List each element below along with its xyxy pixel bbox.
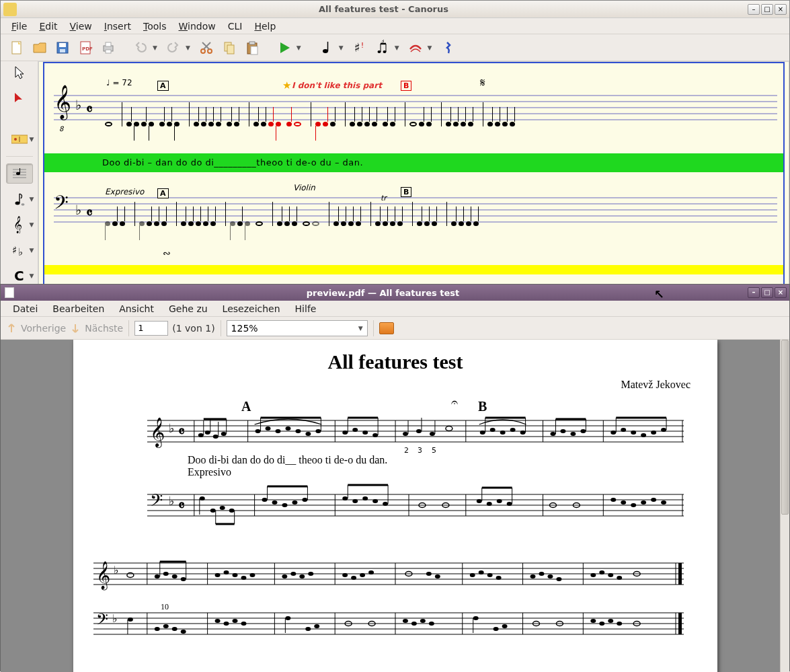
menubar: File Edit View Insert Tools Window CLI H… — [1, 18, 789, 34]
pdf-viewport[interactable]: All features test Matevž Jekovec A 𝄐 B 𝄞… — [1, 340, 789, 672]
svg-point-222 — [479, 570, 484, 574]
note-duration-dropdown[interactable]: ▼ — [339, 44, 346, 51]
svg-point-282 — [617, 622, 622, 626]
accidental-icon[interactable]: ♯! — [350, 38, 369, 57]
menu-lesezeichen[interactable]: Lesezeichen — [216, 301, 287, 316]
pdf-rehearsal-a: A — [241, 399, 251, 414]
new-document-icon[interactable] — [7, 38, 26, 57]
clef-tool-icon[interactable]: 𝄞▼ — [3, 215, 36, 235]
menu-edit[interactable]: Edit — [34, 19, 63, 34]
menu-datei[interactable]: Datei — [6, 301, 44, 316]
svg-point-76 — [285, 426, 290, 431]
svg-point-258 — [285, 616, 290, 620]
next-label[interactable]: Nächste — [85, 323, 123, 334]
tuplet-icon[interactable]: 3 — [373, 38, 392, 57]
export-pdf-icon[interactable]: PDF — [76, 38, 95, 57]
svg-point-155 — [352, 499, 358, 503]
print-icon[interactable] — [99, 38, 118, 57]
note-duration-icon[interactable] — [317, 38, 336, 57]
tuplet-dropdown[interactable]: ▼ — [395, 44, 402, 51]
cut-icon[interactable] — [197, 38, 216, 57]
menu-window[interactable]: Window — [173, 19, 221, 34]
menu-gehezu[interactable]: Gehe zu — [162, 301, 214, 316]
open-folder-icon[interactable] — [379, 322, 394, 334]
play-icon[interactable] — [275, 38, 294, 57]
maximize-button[interactable]: □ — [761, 4, 773, 15]
svg-point-210 — [308, 572, 313, 576]
svg-point-87 — [372, 433, 378, 437]
score-area[interactable]: 𝄞 ♭ 𝄴 8 ♩ = 72 A ★ I don't like this par… — [38, 61, 789, 286]
play-dropdown[interactable]: ▼ — [297, 44, 304, 51]
next-arrow-icon[interactable] — [70, 323, 81, 334]
svg-point-111 — [570, 432, 576, 436]
svg-point-204 — [241, 576, 247, 580]
paste-icon[interactable] — [243, 38, 262, 57]
expresivo-mark: Expresivo — [105, 187, 144, 196]
save-icon[interactable] — [53, 38, 72, 57]
svg-point-178 — [621, 500, 626, 505]
redo-icon[interactable] — [164, 38, 183, 57]
svg-point-203 — [233, 573, 238, 577]
svg-rect-8 — [106, 50, 111, 53]
svg-point-179 — [631, 503, 636, 507]
svg-point-168 — [497, 499, 502, 503]
menu-help[interactable]: Help — [249, 19, 281, 34]
document-icon — [5, 287, 14, 298]
prev-arrow-icon[interactable] — [6, 323, 17, 334]
svg-point-110 — [560, 429, 565, 433]
lyrics-band[interactable]: Doo di-bi – dan do do di_________theoo t… — [44, 153, 783, 172]
svg-point-212 — [342, 573, 348, 577]
copy-icon[interactable] — [220, 38, 239, 57]
pdf-close-button[interactable]: × — [775, 287, 787, 298]
svg-point-180 — [641, 500, 646, 505]
menu-cli[interactable]: CLI — [223, 19, 248, 34]
pdf-minimize-button[interactable]: – — [748, 287, 760, 298]
lyrics-text: Doo di-bi – dan do do di_________theoo t… — [102, 157, 363, 167]
slur-dropdown[interactable]: ▼ — [428, 44, 435, 51]
svg-point-261 — [314, 624, 319, 628]
svg-point-218 — [426, 572, 432, 576]
pdf-maximize-button[interactable]: □ — [761, 287, 773, 298]
pdf-doc-title: All features test — [73, 350, 717, 373]
svg-point-226 — [530, 574, 536, 578]
menu-tools[interactable]: Tools — [138, 19, 172, 34]
prev-label[interactable]: Vorherige — [21, 323, 66, 334]
svg-text:♭: ♭ — [169, 421, 174, 435]
context-tool-icon[interactable]: ▼ — [3, 129, 36, 149]
menu-ansicht[interactable]: Ansicht — [112, 301, 161, 316]
svg-point-196 — [181, 577, 186, 581]
svg-point-120 — [641, 433, 646, 437]
zoom-select[interactable]: 125% ▼ — [227, 320, 368, 336]
menu-file[interactable]: File — [6, 19, 32, 34]
svg-point-256 — [241, 622, 247, 626]
menu-hilfe[interactable]: Hilfe — [288, 301, 323, 316]
minimize-button[interactable]: – — [748, 4, 760, 15]
close-button[interactable]: × — [775, 4, 787, 15]
open-folder-icon[interactable] — [30, 38, 49, 57]
undo-dropdown[interactable]: ▼ — [153, 44, 160, 51]
timesig-tool-icon[interactable]: C▼ — [3, 266, 36, 286]
svg-point-122 — [661, 428, 666, 432]
key-tool-icon[interactable]: ♯♭▼ — [3, 240, 36, 260]
page-number-input[interactable] — [134, 321, 168, 336]
slur-icon[interactable] — [406, 38, 425, 57]
redo-dropdown[interactable]: ▼ — [186, 44, 193, 51]
pdf-titlebar: preview.pdf — All features test – □ × — [1, 285, 789, 301]
undo-icon[interactable] — [131, 38, 150, 57]
menu-view[interactable]: View — [65, 19, 97, 34]
voice-tool-icon[interactable]: ▼ — [3, 189, 36, 209]
svg-text:𝄴: 𝄴 — [178, 423, 185, 440]
rest-icon[interactable] — [439, 38, 458, 57]
edit-tool-icon[interactable] — [6, 88, 33, 108]
pdf-scrollbar[interactable] — [780, 340, 789, 672]
pdf-scrollbar-thumb[interactable] — [781, 340, 789, 515]
menu-bearbeiten[interactable]: Bearbeiten — [46, 301, 111, 316]
svg-rect-2 — [59, 43, 66, 47]
select-tool-icon[interactable] — [6, 63, 33, 83]
svg-point-138 — [210, 509, 216, 513]
svg-point-139 — [220, 506, 225, 510]
svg-point-154 — [342, 496, 348, 500]
svg-point-145 — [262, 498, 268, 502]
menu-insert[interactable]: Insert — [99, 19, 136, 34]
staff-tool-icon[interactable] — [6, 163, 33, 184]
